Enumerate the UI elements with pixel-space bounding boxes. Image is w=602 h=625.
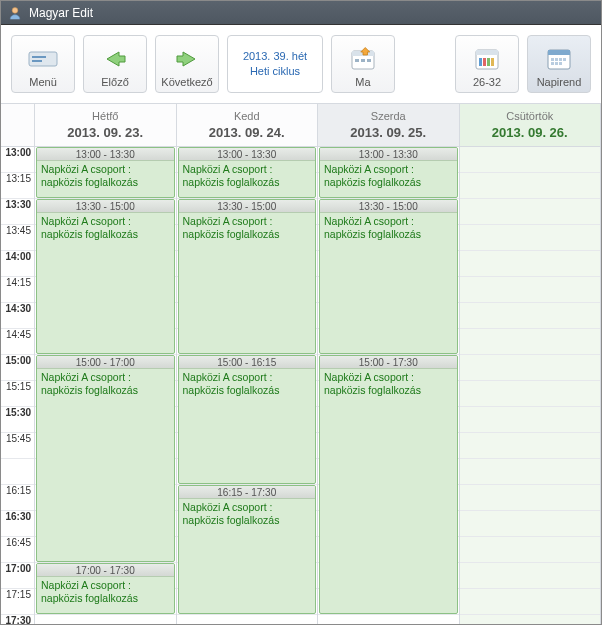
time-slot-label: 14:00 — [1, 251, 34, 277]
day-name: Kedd — [181, 110, 314, 122]
time-slot-label: 17:15 — [1, 589, 34, 615]
time-slot-label: 14:15 — [1, 277, 34, 303]
time-slot-label: 15:45 — [1, 433, 34, 459]
time-column-header — [1, 104, 35, 147]
time-slot-label: 13:15 — [1, 173, 34, 199]
event-title: Napközi A csoport : napközis foglalkozás — [320, 213, 457, 243]
event-time: 13:30 - 15:00 — [37, 200, 174, 213]
svg-rect-16 — [548, 50, 570, 55]
event-title: Napközi A csoport : napközis foglalkozás — [37, 577, 174, 607]
day-column-tue[interactable]: 13:00 - 13:30Napközi A csoport : napközi… — [177, 147, 319, 625]
user-icon — [7, 5, 23, 21]
weeks-button[interactable]: 26-32 — [455, 35, 519, 93]
calendar-event[interactable]: 13:30 - 15:00Napközi A csoport : napközi… — [178, 199, 317, 354]
event-title: Napközi A csoport : napközis foglalkozás — [179, 499, 316, 529]
event-time: 13:30 - 15:00 — [179, 200, 316, 213]
event-time: 13:00 - 13:30 — [179, 148, 316, 161]
day-column-wed[interactable]: 13:00 - 13:30Napközi A csoport : napközi… — [318, 147, 460, 625]
time-slot-label: 15:15 — [1, 381, 34, 407]
svg-rect-6 — [355, 59, 359, 62]
calendar-event[interactable]: 13:00 - 13:30Napközi A csoport : napközi… — [319, 147, 458, 198]
calendar-event[interactable]: 15:00 - 17:00Napközi A csoport : napközi… — [36, 355, 175, 562]
time-slot-label: 16:30 — [1, 511, 34, 537]
prev-button[interactable]: Előző — [83, 35, 147, 93]
window-header: Magyar Edit — [1, 1, 601, 25]
event-title: Napközi A csoport : napközis foglalkozás — [320, 161, 457, 191]
day-date: 2013. 09. 24. — [181, 125, 314, 140]
week-indicator-text: 2013. 39. hétHeti ciklus — [243, 49, 307, 79]
arrow-right-icon — [173, 42, 201, 76]
arrow-left-icon — [101, 42, 129, 76]
menu-icon — [28, 42, 58, 76]
today-button[interactable]: Ma — [331, 35, 395, 93]
calendar-weeks-icon — [474, 42, 500, 76]
day-column-mon[interactable]: 13:00 - 13:30Napközi A csoport : napközi… — [35, 147, 177, 625]
time-slot-label: 13:45 — [1, 225, 34, 251]
today-label: Ma — [355, 76, 370, 88]
day-header[interactable]: Hétfő2013. 09. 23. — [35, 104, 177, 147]
time-slot-label: 15:30 — [1, 407, 34, 433]
calendar-today-icon — [350, 42, 376, 76]
calendar-event[interactable]: 17:00 - 17:30Napközi A csoport : napközi… — [36, 563, 175, 614]
svg-point-0 — [12, 7, 18, 13]
svg-rect-1 — [29, 52, 57, 66]
svg-rect-22 — [555, 62, 558, 65]
event-time: 13:30 - 15:00 — [320, 200, 457, 213]
prev-label: Előző — [101, 76, 129, 88]
svg-rect-11 — [479, 58, 482, 66]
event-title: Napközi A csoport : napközis foglalkozás — [37, 161, 174, 191]
event-title: Napközi A csoport : napközis foglalkozás — [37, 213, 174, 243]
svg-rect-18 — [555, 58, 558, 61]
day-date: 2013. 09. 25. — [322, 125, 455, 140]
calendar-agenda-icon — [546, 42, 572, 76]
day-header[interactable]: Szerda2013. 09. 25. — [318, 104, 460, 147]
time-slot-label: 16:45 — [1, 537, 34, 563]
event-time: 17:00 - 17:30 — [37, 564, 174, 577]
svg-rect-21 — [551, 62, 554, 65]
svg-rect-2 — [32, 56, 46, 58]
day-column-thu[interactable] — [460, 147, 602, 625]
svg-rect-17 — [551, 58, 554, 61]
calendar: Hétfő2013. 09. 23.Kedd2013. 09. 24.Szerd… — [1, 103, 601, 625]
event-time: 15:00 - 16:15 — [179, 356, 316, 369]
svg-rect-3 — [32, 60, 42, 62]
event-title: Napközi A csoport : napközis foglalkozás — [320, 369, 457, 399]
calendar-event[interactable]: 13:00 - 13:30Napközi A csoport : napközi… — [178, 147, 317, 198]
svg-rect-12 — [483, 58, 486, 66]
calendar-event[interactable]: 15:00 - 16:15Napközi A csoport : napközi… — [178, 355, 317, 484]
event-title: Napközi A csoport : napközis foglalkozás — [179, 369, 316, 399]
calendar-event[interactable]: 16:15 - 17:30Napközi A csoport : napközi… — [178, 485, 317, 614]
day-name: Csütörtök — [464, 110, 597, 122]
time-slot-label: 17:30 — [1, 615, 34, 625]
calendar-event[interactable]: 13:00 - 13:30Napközi A csoport : napközi… — [36, 147, 175, 198]
calendar-event[interactable]: 15:00 - 17:30Napközi A csoport : napközi… — [319, 355, 458, 614]
event-time: 13:00 - 13:30 — [37, 148, 174, 161]
svg-rect-13 — [487, 58, 490, 66]
calendar-grid: 13:0013:1513:3013:4514:0014:1514:3014:45… — [1, 147, 601, 625]
event-time: 16:15 - 17:30 — [179, 486, 316, 499]
event-time: 15:00 - 17:00 — [37, 356, 174, 369]
day-header[interactable]: Csütörtök2013. 09. 26. — [460, 104, 602, 147]
week-indicator[interactable]: 2013. 39. hétHeti ciklus — [227, 35, 323, 93]
event-time: 13:00 - 13:30 — [320, 148, 457, 161]
next-button[interactable]: Következő — [155, 35, 219, 93]
svg-rect-20 — [563, 58, 566, 61]
day-name: Hétfő — [39, 110, 172, 122]
time-slot-label: 14:30 — [1, 303, 34, 329]
event-title: Napközi A csoport : napközis foglalkozás — [37, 369, 174, 399]
svg-rect-23 — [559, 62, 562, 65]
menu-label: Menü — [29, 76, 57, 88]
time-slot-label: 13:00 — [1, 147, 34, 173]
svg-rect-7 — [361, 59, 365, 62]
svg-rect-8 — [367, 59, 371, 62]
time-slot-label: 14:45 — [1, 329, 34, 355]
menu-button[interactable]: Menü — [11, 35, 75, 93]
day-header[interactable]: Kedd2013. 09. 24. — [177, 104, 319, 147]
agenda-label: Napirend — [537, 76, 582, 88]
svg-rect-19 — [559, 58, 562, 61]
calendar-event[interactable]: 13:30 - 15:00Napközi A csoport : napközi… — [319, 199, 458, 354]
agenda-button[interactable]: Napirend — [527, 35, 591, 93]
calendar-event[interactable]: 13:30 - 15:00Napközi A csoport : napközi… — [36, 199, 175, 354]
day-date: 2013. 09. 26. — [464, 125, 597, 140]
toolbar: Menü Előző Következő 2013. 39. hétHeti c… — [1, 25, 601, 103]
